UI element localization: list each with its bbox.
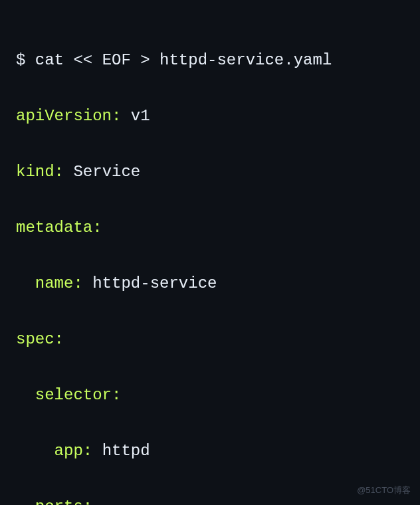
yaml-value: httpd-service bbox=[92, 274, 217, 292]
yaml-key: app bbox=[54, 442, 83, 460]
yaml-line-metadata-name: name: httpd-service bbox=[16, 270, 404, 298]
yaml-key: spec bbox=[16, 330, 54, 348]
yaml-line-spec: spec: bbox=[16, 326, 404, 354]
yaml-key: metadata bbox=[16, 219, 92, 237]
yaml-line-metadata: metadata: bbox=[16, 214, 404, 242]
yaml-value: v1 bbox=[131, 107, 150, 125]
command-text: cat << EOF > httpd-service.yaml bbox=[35, 51, 332, 69]
command-line: $ cat << EOF > httpd-service.yaml bbox=[16, 47, 404, 74]
yaml-key: selector bbox=[35, 386, 112, 404]
yaml-line-ports: ports: bbox=[16, 493, 404, 505]
shell-prompt: $ bbox=[16, 51, 35, 69]
code-block: $ cat << EOF > httpd-service.yaml apiVer… bbox=[16, 19, 404, 505]
yaml-line-selector: selector: bbox=[16, 381, 404, 409]
yaml-line-kind: kind: Service bbox=[16, 158, 404, 186]
watermark: @51CTO博客 bbox=[357, 483, 411, 498]
yaml-value: httpd bbox=[102, 442, 150, 460]
yaml-key: kind bbox=[16, 163, 54, 181]
yaml-key: apiVersion bbox=[16, 107, 112, 125]
yaml-key: ports bbox=[35, 498, 83, 505]
yaml-line-apiversion: apiVersion: v1 bbox=[16, 102, 404, 130]
yaml-key: name bbox=[35, 274, 74, 292]
yaml-value: Service bbox=[73, 163, 140, 181]
yaml-line-selector-app: app: httpd bbox=[16, 437, 404, 465]
